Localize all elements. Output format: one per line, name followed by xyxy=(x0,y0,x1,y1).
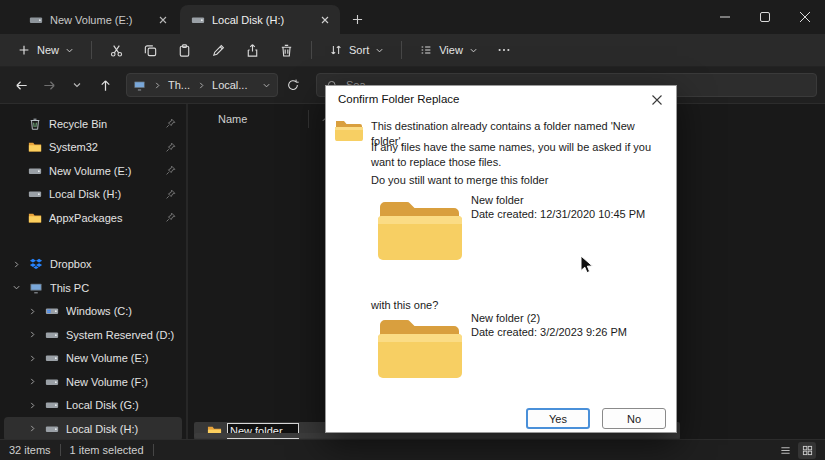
chevron-right-icon[interactable] xyxy=(10,260,22,269)
chevron-down-icon[interactable] xyxy=(10,283,22,292)
address-dropdown-icon[interactable] xyxy=(262,81,271,90)
sidebar-item-local-disk-h[interactable]: Local Disk (H:) xyxy=(4,417,182,439)
view-button-label: View xyxy=(439,44,463,56)
recent-locations-button[interactable] xyxy=(64,72,90,98)
no-button[interactable]: No xyxy=(602,408,666,429)
tab-close-icon[interactable] xyxy=(154,11,172,29)
chevron-right-icon[interactable] xyxy=(26,330,38,339)
sidebar-item-new-volume-e[interactable]: New Volume (E:) xyxy=(4,347,182,371)
share-button[interactable] xyxy=(236,37,269,64)
drive-icon xyxy=(45,422,59,436)
chevron-right-icon[interactable] xyxy=(26,354,38,363)
window-controls xyxy=(705,0,825,34)
chevron-right-icon[interactable] xyxy=(26,377,38,386)
windows-drive-icon xyxy=(45,304,59,318)
yes-button[interactable]: Yes xyxy=(526,408,590,429)
dialog-close-button[interactable] xyxy=(644,90,670,109)
back-button[interactable] xyxy=(8,72,34,98)
source-folder-name: New folder xyxy=(471,194,524,206)
chevron-right-icon[interactable] xyxy=(26,307,38,316)
target-folder-icon xyxy=(378,314,462,384)
chevron-down-icon xyxy=(375,46,384,55)
column-header-name[interactable]: Name xyxy=(218,113,330,125)
sort-button-label: Sort xyxy=(349,44,369,56)
maximize-button[interactable] xyxy=(745,0,785,34)
sidebar-item-this-pc[interactable]: This PC xyxy=(4,276,182,300)
chevron-down-icon xyxy=(65,46,74,55)
status-bar: 32 items 1 item selected xyxy=(0,439,825,460)
drive-icon xyxy=(45,351,59,365)
copy-button[interactable] xyxy=(134,37,167,64)
source-folder-icon xyxy=(378,196,462,266)
sidebar-item-label: New Volume (E:) xyxy=(66,352,176,364)
folder-merge-icon xyxy=(334,117,364,143)
sidebar-item-new-volume-f[interactable]: New Volume (F:) xyxy=(4,370,182,394)
details-view-button[interactable] xyxy=(776,442,794,459)
drive-icon xyxy=(45,398,59,412)
sidebar-item-label: New Volume (E:) xyxy=(49,165,158,177)
horizontal-scrollbar[interactable] xyxy=(194,433,680,438)
breadcrumb-item[interactable]: Local... xyxy=(212,79,247,91)
view-icon xyxy=(419,43,433,57)
new-tab-button[interactable] xyxy=(344,6,370,32)
chevron-right-icon[interactable] xyxy=(26,401,38,410)
item-count: 32 items xyxy=(9,444,51,456)
toolbar-separator xyxy=(311,41,312,59)
sidebar-item-dropbox[interactable]: Dropbox xyxy=(4,253,182,277)
rename-button[interactable] xyxy=(202,37,235,64)
sidebar-item-label: Local Disk (H:) xyxy=(66,423,176,435)
breadcrumb-chevron-icon xyxy=(195,81,207,90)
tab-new-volume-e[interactable]: New Volume (E:) xyxy=(18,5,178,34)
sidebar-item-label: This PC xyxy=(50,282,176,294)
paste-button[interactable] xyxy=(168,37,201,64)
close-button[interactable] xyxy=(785,0,825,34)
dialog-title: Confirm Folder Replace xyxy=(338,93,459,105)
up-button[interactable] xyxy=(92,72,118,98)
column-divider[interactable] xyxy=(308,110,309,128)
more-options-button[interactable] xyxy=(488,37,521,64)
mouse-cursor xyxy=(580,255,594,275)
chevron-right-icon[interactable] xyxy=(26,424,38,433)
new-button-label: New xyxy=(37,44,59,56)
sort-button[interactable]: Sort xyxy=(320,37,393,64)
drive-icon xyxy=(191,13,205,27)
forward-button[interactable] xyxy=(36,72,62,98)
new-button[interactable]: New xyxy=(8,37,83,64)
view-button[interactable]: View xyxy=(410,37,487,64)
breadcrumb-chevron-icon xyxy=(151,81,163,90)
sidebar-item-windows-c[interactable]: Windows (C:) xyxy=(4,300,182,324)
sidebar-item-system-reserved-d[interactable]: System Reserved (D:) xyxy=(4,323,182,347)
refresh-button[interactable] xyxy=(280,72,306,98)
sidebar-item-system32[interactable]: System32 xyxy=(4,136,182,160)
plus-icon xyxy=(17,43,31,57)
sidebar-item-label: AppxPackages xyxy=(49,212,158,224)
tab-close-icon[interactable] xyxy=(316,11,334,29)
address-bar[interactable]: Th... Local... xyxy=(126,73,278,97)
sidebar-item-label: System Reserved (D:) xyxy=(66,329,176,341)
sidebar-item-label: Dropbox xyxy=(50,258,176,270)
drive-icon xyxy=(28,164,42,178)
pin-icon xyxy=(165,142,176,153)
folder-icon xyxy=(28,140,42,154)
dialog-question: Do you still want to merge this folder xyxy=(371,173,667,188)
tab-local-disk-h[interactable]: Local Disk (H:) xyxy=(180,5,340,34)
sidebar-item-local-disk-g[interactable]: Local Disk (G:) xyxy=(4,394,182,418)
sidebar-item-recycle-bin[interactable]: Recycle Bin xyxy=(4,112,182,136)
sidebar-item-label: Local Disk (G:) xyxy=(66,399,176,411)
toolbar-separator xyxy=(91,41,92,59)
minimize-button[interactable] xyxy=(705,0,745,34)
delete-button[interactable] xyxy=(270,37,303,64)
sidebar-item-local-disk-h-pinned[interactable]: Local Disk (H:) xyxy=(4,183,182,207)
recycle-bin-icon xyxy=(28,117,42,131)
folder-icon xyxy=(28,211,42,225)
large-icons-view-button[interactable] xyxy=(798,442,816,459)
this-pc-icon xyxy=(29,281,43,295)
dropbox-icon xyxy=(29,257,43,271)
sidebar-item-appxpackages[interactable]: AppxPackages xyxy=(4,206,182,230)
cut-button[interactable] xyxy=(100,37,133,64)
target-folder-name: New folder (2) xyxy=(471,312,540,324)
breadcrumb-item[interactable]: Th... xyxy=(168,79,190,91)
sidebar-item-new-volume-e-pinned[interactable]: New Volume (E:) xyxy=(4,159,182,183)
dialog-with-text: with this one? xyxy=(371,298,667,313)
pin-icon xyxy=(165,189,176,200)
